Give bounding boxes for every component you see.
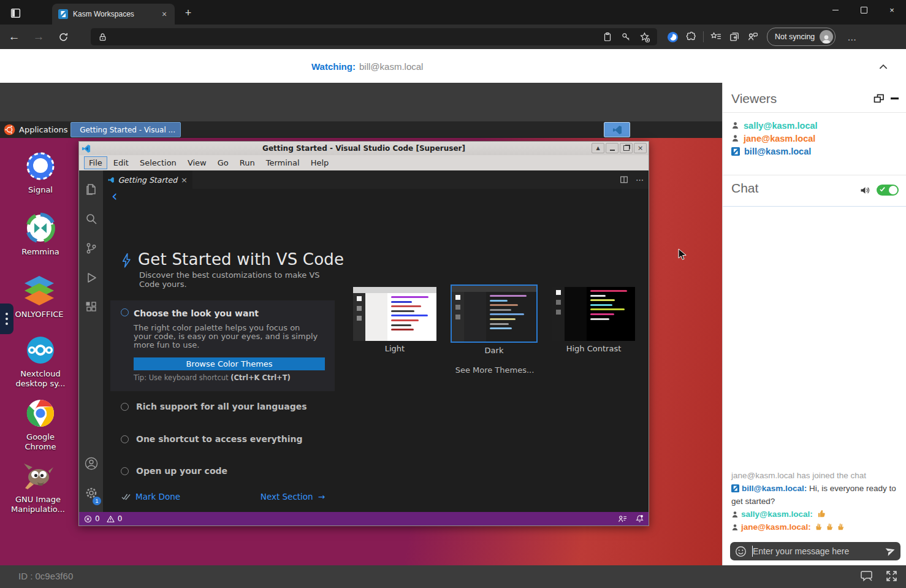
add-favorite-icon[interactable]	[635, 29, 653, 45]
emoji-button[interactable]	[735, 546, 747, 557]
fullscreen-icon[interactable]	[886, 570, 897, 582]
browse-color-themes-button[interactable]: Browse Color Themes	[134, 357, 325, 370]
source-control-icon[interactable]	[79, 234, 103, 262]
share-person-icon[interactable]	[744, 29, 762, 45]
vscode-status-bar[interactable]: 0 0	[79, 512, 649, 525]
theme-label-light: Light	[353, 344, 436, 353]
check-icon	[880, 186, 885, 192]
menu-terminal[interactable]: Terminal	[261, 156, 305, 169]
viewer-name: bill@kasm.local	[744, 147, 811, 156]
desktop-icon-gimp[interactable]: GNU Image Manipulatio...	[6, 461, 70, 514]
session-id: ID : 0c9e3f60	[18, 571, 73, 581]
chat-toggle[interactable]	[877, 185, 899, 196]
viewer-name: jane@kasm.local	[744, 134, 815, 143]
mark-done-button[interactable]: Mark Done	[121, 492, 180, 502]
multi-monitor-icon[interactable]	[874, 94, 885, 104]
chat-input[interactable]	[752, 546, 881, 557]
settings-gear-icon[interactable]: 1	[79, 479, 103, 507]
kasm-icon	[731, 147, 740, 156]
editor-more-actions-button[interactable]: ⋯	[636, 175, 644, 185]
taskbar-item-vscode-mini[interactable]	[604, 122, 630, 137]
walkthrough-step-languages[interactable]: Rich support for all your languages	[110, 394, 335, 419]
menu-view[interactable]: View	[183, 156, 211, 169]
chat-title: Chat	[731, 181, 758, 196]
chat-bubble-icon[interactable]	[861, 570, 874, 582]
lock-icon[interactable]	[98, 32, 107, 42]
window-maximize-button[interactable]	[850, 0, 878, 20]
search-icon[interactable]	[79, 205, 103, 233]
refresh-button[interactable]	[53, 28, 74, 46]
taskbar-item-vscode[interactable]: Getting Started - Visual ...	[70, 122, 181, 137]
viewers-title: Viewers	[731, 91, 777, 106]
vscode-window: Getting Started - Visual Studio Code [Su…	[78, 141, 649, 526]
address-bar[interactable]	[91, 28, 657, 45]
theme-card-dark[interactable]	[451, 284, 538, 343]
tab-actions-button[interactable]	[7, 6, 23, 20]
menu-selection[interactable]: Selection	[135, 156, 181, 169]
send-button[interactable]	[885, 545, 897, 557]
see-more-themes-link[interactable]: See More Themes...	[433, 365, 556, 375]
forward-button[interactable]: →	[28, 28, 49, 46]
desktop-icon-signal[interactable]: Signal	[9, 150, 72, 195]
next-section-button[interactable]: Next Section →	[261, 492, 325, 502]
vscode-close-button[interactable]: ×	[634, 143, 647, 153]
tab-actions-icon	[10, 7, 21, 19]
remote-desktop-viewport[interactable]: Applications Getting Started - Visual ..…	[0, 83, 722, 565]
vscode-minimize-button[interactable]	[606, 143, 619, 153]
audio-icon[interactable]	[860, 186, 870, 195]
profile-button[interactable]: Not syncing	[767, 28, 836, 46]
desktop-icon-onlyoffice[interactable]: ONLYOFFICE	[7, 275, 71, 319]
split-editor-icon[interactable]	[620, 175, 628, 184]
vscode-shade-button[interactable]: ▲	[592, 143, 604, 153]
desktop-icon-nextcloud[interactable]: Nextcloud desktop sy...	[9, 334, 72, 389]
collapse-viewers-button[interactable]	[891, 97, 899, 100]
menu-help[interactable]: Help	[306, 156, 334, 169]
menu-run[interactable]: Run	[235, 156, 260, 169]
menu-go[interactable]: Go	[213, 156, 234, 169]
menu-file[interactable]: File	[84, 156, 107, 169]
walkthrough-step-shortcut[interactable]: One shortcut to access everything	[110, 427, 335, 451]
vscode-titlebar[interactable]: Getting Started - Visual Studio Code [Su…	[79, 142, 649, 155]
walkthrough-step-selected[interactable]: Choose the look you want The right color…	[110, 300, 335, 391]
get-started-heading: Get Started with VS Code	[138, 250, 344, 269]
editor-tab-getting-started[interactable]: Getting Started ×	[103, 170, 192, 189]
back-chevron-button[interactable]: ‹	[112, 188, 118, 205]
extensions-icon[interactable]	[79, 293, 103, 321]
clipboard-icon[interactable]	[598, 29, 617, 45]
kasm-panel-handle[interactable]	[0, 304, 13, 334]
account-icon[interactable]	[79, 449, 103, 478]
applications-menu[interactable]: Applications	[0, 121, 74, 138]
viewer-item-sally: sally@kasm.local	[731, 119, 818, 132]
new-tab-button[interactable]: +	[181, 7, 195, 18]
window-minimize-button[interactable]	[821, 0, 850, 20]
bottom-bar: ID : 0c9e3f60	[0, 565, 906, 588]
menu-edit[interactable]: Edit	[108, 156, 134, 169]
settings-more-button[interactable]: …	[844, 32, 860, 42]
vscode-restore-button[interactable]	[620, 143, 633, 153]
back-button[interactable]: ←	[4, 28, 25, 46]
browser-tab[interactable]: Kasm Workspaces ×	[52, 4, 175, 25]
watching-banner: Watching: bill@kasm.local	[0, 49, 906, 83]
collections-icon[interactable]	[725, 29, 744, 45]
explorer-icon[interactable]	[79, 175, 103, 204]
kasm-favicon	[58, 9, 68, 19]
collapse-banner-button[interactable]	[877, 60, 890, 74]
theme-card-high-contrast[interactable]	[552, 287, 635, 341]
screen: Kasm Workspaces × + × ← →	[0, 0, 906, 588]
step-radio-icon	[121, 403, 129, 411]
favorites-bar-icon[interactable]	[707, 29, 725, 45]
window-close-button[interactable]: ×	[878, 0, 906, 20]
discover-icon[interactable]	[663, 29, 682, 45]
extensions-icon[interactable]	[682, 29, 700, 45]
theme-card-light[interactable]	[353, 287, 436, 341]
vscode-editor: Getting Started × ⋯ ‹	[103, 170, 649, 513]
tab-close-button[interactable]: ×	[159, 9, 170, 20]
run-debug-icon[interactable]	[79, 264, 103, 292]
walkthrough-step-open-code[interactable]: Open up your code	[110, 459, 335, 483]
thumbs-up-emoji	[817, 509, 826, 518]
desktop-icon-chrome[interactable]: Google Chrome	[9, 397, 72, 452]
desktop-icon-remmina[interactable]: Remmina	[9, 212, 72, 257]
password-key-icon[interactable]	[617, 29, 635, 45]
editor-tab-close-button[interactable]: ×	[181, 175, 188, 185]
lightning-icon	[120, 253, 132, 269]
